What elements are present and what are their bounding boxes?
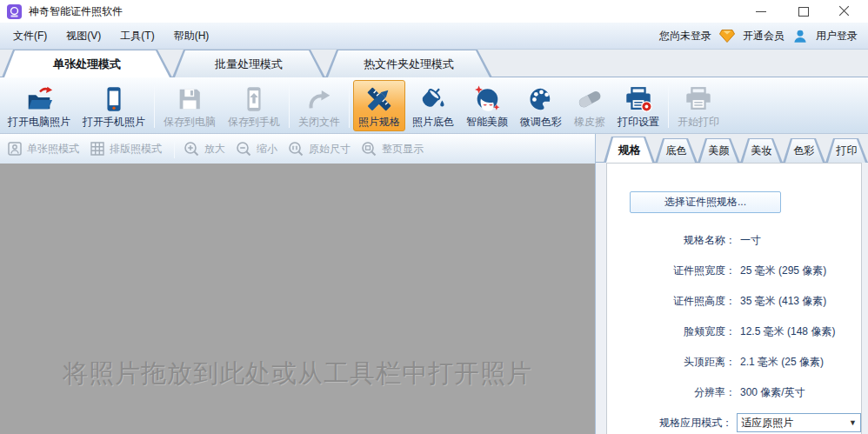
- panel-tab-background[interactable]: 底色: [655, 138, 698, 163]
- field-cheek-width: 脸颊宽度： 12.5 毫米 (148 像素): [607, 322, 861, 341]
- panel-tab-spec[interactable]: 规格: [604, 137, 655, 163]
- print-settings-button[interactable]: 打印设置: [612, 80, 664, 131]
- toolbar-separator: [154, 83, 155, 128]
- panel-tab-makeup[interactable]: 美妆: [740, 138, 783, 163]
- drop-placeholder-text: 将照片拖放到此处或从工具栏中打开照片: [0, 357, 595, 391]
- save-to-phone-icon: [238, 83, 270, 116]
- smart-beauty-icon: [471, 83, 503, 116]
- photo-background-button[interactable]: 照片底色: [407, 80, 459, 131]
- smart-beauty-button[interactable]: 智能美颜: [461, 80, 513, 131]
- view-toolbar-separator: [174, 139, 175, 158]
- user-login-link[interactable]: 用户登录: [814, 27, 859, 45]
- photo-spec-icon: [364, 83, 395, 116]
- menu-file[interactable]: 文件(F): [3, 25, 57, 47]
- zoom-out-button[interactable]: 缩小: [236, 141, 277, 157]
- eraser-icon: [574, 83, 605, 116]
- close-file-button[interactable]: 关闭文件: [293, 80, 345, 131]
- original-size-icon: [288, 141, 304, 157]
- window-title: 神奇智能证件照软件: [29, 4, 123, 19]
- layout-photo-mode-button[interactable]: 排版照模式: [90, 141, 162, 157]
- eraser-button[interactable]: 橡皮擦: [569, 80, 611, 131]
- vip-diamond-icon: [719, 29, 735, 43]
- menu-help[interactable]: 帮助(H): [164, 25, 219, 47]
- app-logo-icon: [7, 4, 22, 19]
- original-size-button[interactable]: 原始尺寸: [288, 141, 351, 157]
- photo-background-icon: [417, 83, 449, 116]
- title-bar: 神奇智能证件照软件: [0, 0, 868, 23]
- close-button[interactable]: [838, 5, 851, 17]
- menu-view[interactable]: 视图(V): [57, 25, 110, 47]
- toolbar-separator: [668, 83, 669, 128]
- open-computer-photo-button[interactable]: 打开电脑照片: [3, 80, 76, 131]
- open-phone-photo-icon: [98, 83, 130, 116]
- photo-canvas-drop-area[interactable]: 将照片拖放到此处或从工具栏中打开照片: [0, 164, 595, 434]
- menu-tools[interactable]: 工具(T): [110, 25, 164, 47]
- maximize-button[interactable]: [797, 5, 809, 17]
- tab-hotfolder-mode[interactable]: 热文件夹处理模式: [325, 50, 492, 77]
- tab-single-mode[interactable]: 单张处理模式: [2, 50, 172, 77]
- field-head-top-distance: 头顶距离： 2.1 毫米 (25 像素): [607, 352, 861, 371]
- panel-tab-print[interactable]: 打印: [825, 138, 868, 163]
- menu-bar: 文件(F) 视图(V) 工具(T) 帮助(H) 您尚未登录 开通会员 用户登录: [0, 23, 868, 50]
- toolbar-separator: [349, 83, 350, 128]
- field-photo-width: 证件照宽度： 25 毫米 (295 像素): [607, 261, 861, 280]
- zoom-in-button[interactable]: 放大: [184, 141, 225, 157]
- panel-tab-bar: 规格 底色 美颜 美妆 色彩 打印: [596, 134, 868, 163]
- apply-mode-dropdown[interactable]: 适应原照片 ▼: [737, 413, 861, 432]
- view-toolbar: 单张照模式 排版照模式 放大 缩小 原始尺寸 整页显示: [0, 134, 595, 164]
- start-print-button[interactable]: 开始打印: [672, 80, 724, 131]
- color-tune-icon: [525, 83, 557, 116]
- field-photo-height: 证件照高度： 35 毫米 (413 像素): [607, 291, 861, 310]
- panel-tab-beauty[interactable]: 美颜: [698, 138, 740, 163]
- single-photo-mode-icon: [7, 141, 23, 157]
- user-icon: [792, 29, 808, 43]
- start-print-icon: [683, 83, 714, 116]
- zoom-in-icon: [184, 141, 200, 157]
- fit-page-icon: [361, 141, 377, 157]
- layout-photo-mode-icon: [90, 141, 105, 157]
- apply-mode-value: 适应原照片: [741, 416, 793, 431]
- single-photo-mode-button[interactable]: 单张照模式: [7, 141, 79, 157]
- open-vip-link[interactable]: 开通会员: [741, 27, 786, 45]
- print-settings-icon: [623, 83, 654, 116]
- panel-tab-color[interactable]: 色彩: [783, 138, 825, 163]
- minimize-button[interactable]: [755, 5, 767, 17]
- app-window: 神奇智能证件照软件 文件(F) 视图(V) 工具(T) 帮助(H) 您尚未登录 …: [0, 0, 868, 434]
- chevron-down-icon: ▼: [849, 418, 857, 427]
- login-status-text: 您尚未登录: [658, 27, 713, 45]
- tab-batch-mode[interactable]: 批量处理模式: [172, 50, 325, 77]
- zoom-out-icon: [236, 141, 252, 157]
- settings-panel: 规格 底色 美颜 美妆 色彩 打印 选择证件照规格... 规格名称： 一寸 证件…: [595, 134, 868, 434]
- field-apply-mode: 规格应用模式： 适应原照片 ▼: [607, 413, 861, 432]
- main-toolbar: 打开电脑照片 打开手机照片 保存到电脑 保存到手机 关闭: [0, 77, 868, 134]
- open-phone-photo-button[interactable]: 打开手机照片: [77, 80, 150, 131]
- spec-panel-content: 选择证件照规格... 规格名称： 一寸 证件照宽度： 25 毫米 (295 像素…: [606, 163, 862, 434]
- field-resolution: 分辨率： 300 像素/英寸: [607, 383, 861, 402]
- save-to-phone-button[interactable]: 保存到手机: [223, 80, 285, 131]
- close-file-icon: [304, 83, 335, 116]
- field-spec-name: 规格名称： 一寸: [607, 230, 861, 250]
- save-to-computer-button[interactable]: 保存到电脑: [158, 80, 221, 131]
- open-computer-photo-icon: [23, 83, 55, 116]
- mode-tab-bar: 单张处理模式 批量处理模式 热文件夹处理模式: [0, 50, 868, 77]
- photo-spec-button[interactable]: 照片规格: [353, 80, 405, 131]
- color-tune-button[interactable]: 微调色彩: [515, 80, 567, 131]
- fit-page-button[interactable]: 整页显示: [361, 141, 424, 157]
- toolbar-separator: [289, 83, 290, 128]
- select-spec-button[interactable]: 选择证件照规格...: [630, 191, 781, 213]
- save-to-computer-icon: [174, 83, 205, 116]
